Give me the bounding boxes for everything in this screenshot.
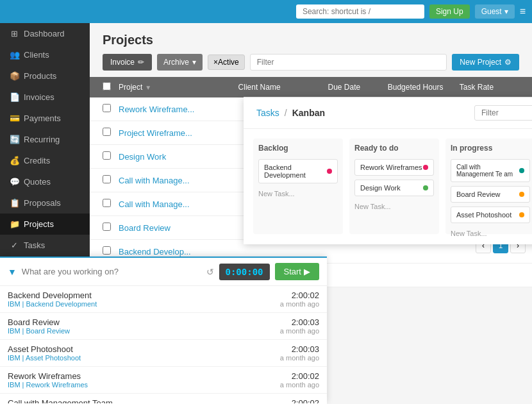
status-dot [519,212,524,217]
col-budget: Budgeted Hours [388,83,460,92]
sidebar-item-products[interactable]: 📦 Products [0,65,90,87]
sidebar-item-tasks[interactable]: ✓ Tasks [0,235,90,256]
payments-icon: 💳 [10,114,19,123]
entry-time: 2:00:02 [280,371,319,381]
filter-icon: ▼ [8,267,17,277]
entry-link[interactable]: IBM | Rework Wireframes [8,381,88,389]
entry-name: Rework Wireframes [8,371,88,381]
quotes-icon: 💬 [10,177,19,187]
kanban-card[interactable]: Call with Management Te am [451,159,530,182]
guest-button[interactable]: Guest ▾ [475,4,515,19]
entry-time: 2:00:03 [280,344,319,354]
kanban-card[interactable]: Board Review [451,186,530,203]
column-title: In progress [451,144,530,153]
project-name[interactable]: Backend Develop... [119,247,519,257]
entry-time: 2:00:02 [280,398,319,403]
kanban-header: Tasks / Kanban [244,97,532,129]
new-task-button[interactable]: New Task... [451,227,530,240]
time-entry: Asset Photoshoot IBM | Asset Photoshoot … [0,340,327,367]
global-search-input[interactable] [296,4,424,19]
new-project-button[interactable]: New Project ⚙ [452,54,519,71]
sidebar-item-label: Quotes [24,177,51,187]
new-task-button[interactable]: New Task... [354,200,434,213]
products-icon: 📦 [10,71,19,81]
column-title: Backlog [258,144,338,153]
sort-icon[interactable]: ▼ [145,84,151,91]
projects-icon: 📁 [10,219,19,229]
recurring-icon: 🔄 [10,135,19,144]
entry-time: 2:00:02 [280,290,319,300]
entry-name: Board Review [8,317,70,327]
new-task-button[interactable]: New Task... [258,187,338,200]
time-description-input[interactable] [22,267,201,276]
time-entry: Call with Management Team IBM | Call wit… [0,394,327,403]
entry-link[interactable]: IBM | Board Review [8,327,70,335]
signup-button[interactable]: Sign Up [429,4,470,19]
tasks-breadcrumb[interactable]: Tasks [256,108,279,118]
kanban-body: Backlog Backend Development New Task... … [244,129,532,244]
filter-input[interactable] [250,54,447,71]
dashboard-icon: ⊞ [10,29,19,38]
entry-name: Call with Management Team [8,398,115,403]
menu-icon[interactable]: ≡ [520,6,526,17]
sidebar-item-recurring[interactable]: 🔄 Recurring [0,129,90,150]
sidebar-item-invoices[interactable]: 📄 Invoices [0,87,90,108]
entry-name: Asset Photoshoot [8,344,81,354]
credits-icon: 💰 [10,156,19,165]
time-entries-list: Backend Development IBM | Backend Develo… [0,286,327,403]
sidebar-item-label: Products [24,71,56,81]
sidebar-item-proposals[interactable]: 📋 Proposals [0,192,90,214]
sidebar-item-credits[interactable]: 💰 Credits [0,150,90,171]
entry-ago: a month ago [280,354,319,362]
header-checkbox[interactable] [103,82,119,92]
sidebar-item-projects[interactable]: 📁 Projects [0,214,90,235]
status-dot [519,192,524,197]
invoices-icon: 📄 [10,92,19,102]
start-timer-button[interactable]: Start ▶ [275,263,319,280]
chevron-down-icon: ▾ [192,58,196,67]
sidebar-item-payments[interactable]: 💳 Payments [0,108,90,129]
chevron-down-icon: ▾ [504,7,508,16]
table-header: Project ▼ Client Name Due Date Budgeted … [90,77,532,97]
entry-link[interactable]: IBM | Asset Photoshoot [8,354,81,362]
invoice-button[interactable]: Invoice ✏ [103,54,152,71]
breadcrumb-separator: / [285,108,287,118]
sidebar-item-label: Recurring [24,135,60,144]
invoice-icon: ✏ [138,58,144,67]
sidebar-item-label: Invoices [24,92,54,102]
sidebar-item-label: Dashboard [24,29,65,38]
kanban-overlay: Tasks / Kanban Backlog Backend Developme… [244,97,532,244]
kanban-filter-input[interactable] [474,105,532,121]
col-rate: Task Rate [460,83,519,92]
time-entry: Rework Wireframes IBM | Rework Wireframe… [0,367,327,394]
sidebar-item-clients[interactable]: 👥 Clients [0,44,90,65]
status-dot [519,168,524,173]
kanban-card[interactable]: Backend Development [258,159,338,183]
status-dot [327,169,332,174]
active-filter-tag[interactable]: ×Active [208,55,245,70]
kanban-card[interactable]: Asset Photoshoot [451,206,530,223]
archive-button[interactable]: Archive ▾ [157,54,203,71]
reset-timer-button[interactable]: ↺ [206,267,214,277]
entry-link[interactable]: IBM | Backend Development [8,300,97,308]
entry-ago: a month ago [280,327,319,335]
sidebar-item-dashboard[interactable]: ⊞ Dashboard [0,23,90,44]
plus-icon: ⚙ [504,58,511,67]
clients-icon: 👥 [10,50,19,60]
sidebar-item-label: Payments [24,114,61,123]
status-dot [423,165,428,170]
play-icon: ▶ [304,267,310,276]
sidebar-item-quotes[interactable]: 💬 Quotes [0,171,90,192]
entry-ago: a month ago [280,381,319,389]
kanban-card[interactable]: Design Work [354,180,434,196]
kanban-card[interactable]: Rework Wireframes [354,159,434,176]
status-dot [423,185,428,190]
page-title: Projects [90,23,532,54]
entry-time: 2:00:03 [280,317,319,327]
sidebar-item-label: Projects [24,219,54,229]
time-entry: Backend Development IBM | Backend Develo… [0,286,327,313]
time-entry: Board Review IBM | Board Review 2:00:03 … [0,313,327,340]
kanban-column-inprogress: In progress Call with Management Te am B… [445,139,532,234]
projects-toolbar: Invoice ✏ Archive ▾ ×Active New Project … [90,54,532,77]
entry-ago: a month ago [280,300,319,308]
